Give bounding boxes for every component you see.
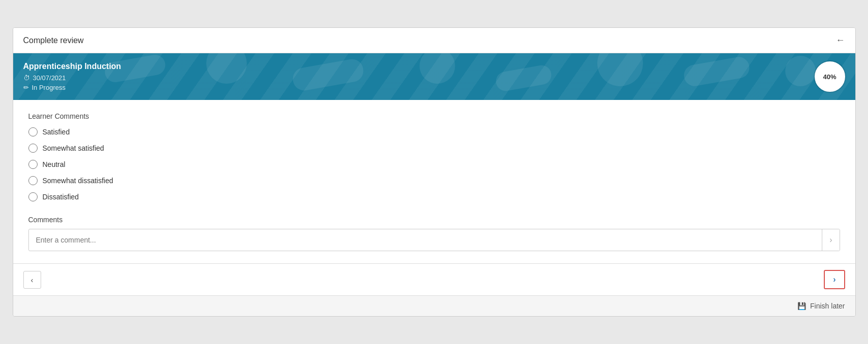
pencil-icon: ✏ — [23, 84, 29, 91]
back-button[interactable]: ← — [836, 35, 845, 46]
clock-icon: ⏱ — [23, 74, 30, 82]
learner-comments-label: Learner Comments — [28, 112, 840, 120]
prev-button[interactable]: ‹ — [23, 271, 41, 289]
radio-label-somewhat-satisfied: Somewhat satisfied — [43, 144, 104, 152]
radio-label-dissatisfied: Dissatisfied — [43, 193, 79, 201]
radio-satisfied[interactable] — [28, 127, 38, 136]
radio-item-satisfied[interactable]: Satisfied — [28, 127, 840, 136]
radio-item-somewhat-dissatisfied[interactable]: Somewhat dissatisfied — [28, 176, 840, 185]
radio-somewhat-satisfied[interactable] — [28, 144, 38, 153]
banner-date-row: ⏱ 30/07/2021 — [23, 74, 121, 82]
modal-container: Complete review ← Apprenticeship Inducti… — [13, 27, 856, 317]
modal-title: Complete review — [23, 36, 84, 45]
prev-icon: ‹ — [31, 276, 34, 284]
radio-item-somewhat-satisfied[interactable]: Somewhat satisfied — [28, 144, 840, 153]
radio-label-somewhat-dissatisfied: Somewhat dissatisfied — [43, 177, 113, 185]
radio-group: Satisfied Somewhat satisfied Neutral Som… — [28, 127, 840, 201]
radio-item-neutral[interactable]: Neutral — [28, 160, 840, 169]
submit-icon: › — [829, 235, 832, 245]
banner-title: Apprenticeship Induction — [23, 62, 121, 71]
radio-neutral[interactable] — [28, 160, 38, 169]
comment-input-row: › — [28, 229, 840, 251]
finish-later-button[interactable]: 💾 Finish later — [797, 302, 845, 310]
comments-label: Comments — [28, 216, 840, 224]
radio-somewhat-dissatisfied[interactable] — [28, 176, 38, 185]
banner-info: Apprenticeship Induction ⏱ 30/07/2021 ✏ … — [23, 62, 121, 91]
modal-header: Complete review ← — [13, 28, 855, 53]
comment-submit-button[interactable]: › — [822, 229, 839, 251]
banner-meta: ⏱ 30/07/2021 ✏ In Progress — [23, 74, 121, 91]
modal-content: Learner Comments Satisfied Somewhat sati… — [13, 100, 855, 263]
banner-status: In Progress — [32, 84, 66, 91]
radio-label-satisfied: Satisfied — [43, 128, 70, 136]
save-icon: 💾 — [797, 302, 806, 310]
radio-item-dissatisfied[interactable]: Dissatisfied — [28, 192, 840, 201]
banner: Apprenticeship Induction ⏱ 30/07/2021 ✏ … — [13, 53, 855, 100]
radio-label-neutral: Neutral — [43, 160, 66, 168]
radio-dissatisfied[interactable] — [28, 192, 38, 201]
modal-navigation: ‹ › — [13, 263, 855, 295]
modal-footer: 💾 Finish later — [13, 295, 855, 316]
progress-circle: 40% — [815, 61, 845, 92]
next-icon: › — [833, 275, 835, 284]
comment-input[interactable] — [29, 230, 822, 250]
banner-date: 30/07/2021 — [33, 74, 66, 82]
next-button[interactable]: › — [824, 270, 845, 289]
finish-later-label: Finish later — [810, 302, 845, 310]
progress-percent: 40% — [823, 73, 836, 81]
banner-decoration — [13, 53, 855, 100]
banner-status-row: ✏ In Progress — [23, 84, 121, 91]
